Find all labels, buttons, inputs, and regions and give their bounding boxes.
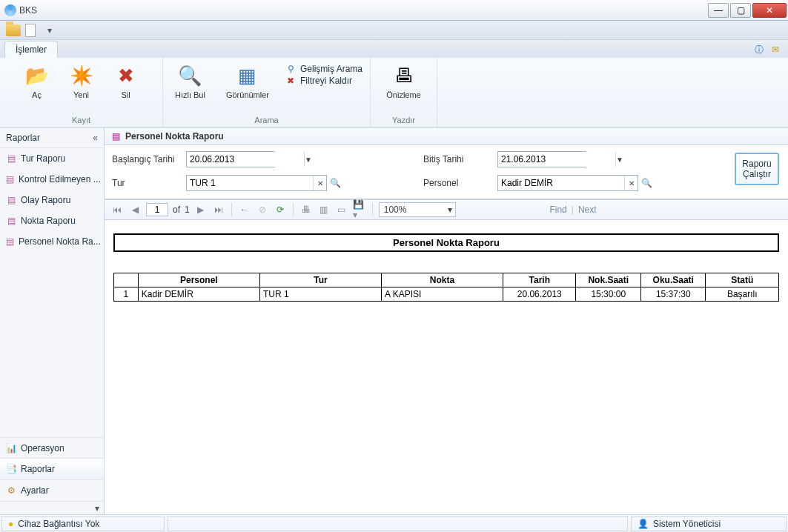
stop-button[interactable]: ⊘ <box>256 203 269 216</box>
printer-icon: 🖶 <box>392 64 416 87</box>
report-icon: ▤ <box>6 174 14 184</box>
new-doc-icon[interactable] <box>25 24 36 37</box>
collapse-sidebar-icon[interactable]: « <box>93 133 98 143</box>
ribbon-group-yazdir: 🖶 Önizleme Yazdır <box>371 58 437 127</box>
col-nokta: Nokta <box>381 273 503 287</box>
status-dot-icon: ● <box>8 519 13 529</box>
sidebar-item-personel-nokta[interactable]: ▤Personel Nokta Ra... <box>0 231 104 252</box>
ribbon-group-arama: 🔍 Hızlı Bul ▦ Görünümler ⚲ Gelişmiş Aram… <box>163 58 371 127</box>
filter-panel: Başlangıç Tarihi ▼ Bitiş Tarihi ▼ Tur ✕ <box>105 145 788 199</box>
user-icon: 👤 <box>638 519 649 529</box>
report-icon: ▤ <box>110 131 121 142</box>
advanced-search-button[interactable]: ⚲ Gelişmiş Arama <box>285 64 362 74</box>
section-operasyon[interactable]: 📊Operasyon <box>0 437 104 459</box>
page-input[interactable] <box>146 203 168 216</box>
chevron-down-icon[interactable]: ▼ <box>304 152 312 167</box>
first-page-button[interactable]: ⏮ <box>110 203 124 216</box>
of-label: of <box>173 205 180 215</box>
open-folder-icon[interactable] <box>6 24 21 36</box>
search-icon[interactable]: 🔍 <box>641 178 652 188</box>
report-icon: ▤ <box>6 216 16 226</box>
window-title: BKS <box>19 5 37 16</box>
col-personel: Personel <box>138 273 259 287</box>
zoom-selector[interactable]: 100% ▾ <box>379 202 457 217</box>
clear-icon[interactable]: ✕ <box>313 176 326 190</box>
report-icon: ▤ <box>6 153 16 164</box>
minimize-button[interactable]: — <box>708 3 729 18</box>
sidebar-item-kontrol-edilmeyen[interactable]: ▤Kontrol Edilmeyen ... <box>0 169 104 190</box>
end-date-input[interactable]: ▼ <box>497 151 586 167</box>
personel-input[interactable]: ✕ <box>497 175 638 191</box>
open-button[interactable]: 📂 Aç <box>15 61 59 102</box>
last-page-button[interactable]: ⏭ <box>212 203 225 216</box>
tur-input[interactable]: ✕ <box>186 175 327 191</box>
gear-icon: ⚙ <box>6 485 16 496</box>
delete-button[interactable]: ✖ Sil <box>104 61 148 102</box>
app-window: BKS — ▢ ✕ ▾ İşlemler ⓘ ✉ 📂 Aç <box>0 0 788 532</box>
reports-icon: 📑 <box>6 464 16 474</box>
find-label[interactable]: Find <box>549 205 566 215</box>
clear-filter-button[interactable]: ✖ Filtreyi Kaldır <box>285 76 362 86</box>
search-icon[interactable]: 🔍 <box>330 178 340 188</box>
sidebar: Raporlar « ▤Tur Raporu ▤Kontrol Edilmeye… <box>0 128 105 514</box>
tab-islemler[interactable]: İşlemler <box>4 41 58 58</box>
maximize-button[interactable]: ▢ <box>730 3 751 18</box>
quick-access-toolbar: ▾ <box>0 21 788 40</box>
sidebar-header: Raporlar « <box>0 128 104 148</box>
delete-icon: ✖ <box>114 64 138 87</box>
sidebar-item-olay-raporu[interactable]: ▤Olay Raporu <box>0 190 104 210</box>
close-button[interactable]: ✕ <box>752 3 787 18</box>
user-status: 👤 Sistem Yöneticisi <box>631 516 787 531</box>
start-date-input[interactable]: ▼ <box>186 151 275 167</box>
tur-label: Tur <box>112 178 179 188</box>
qat-dropdown-icon[interactable]: ▾ <box>40 25 52 36</box>
page-setup-button[interactable]: ▭ <box>335 203 348 216</box>
statusbar: ● Cihaz Bağlantısı Yok 👤 Sistem Yönetici… <box>0 514 788 532</box>
page-title: ▤ Personel Nokta Raporu <box>105 128 788 145</box>
chevron-down-icon[interactable]: ▾ <box>411 205 455 215</box>
connection-status: ● Cihaz Bağlantısı Yok <box>1 516 165 531</box>
col-noksaati: Nok.Saati <box>576 273 641 287</box>
end-date-label: Bitiş Tarihi <box>423 154 490 164</box>
main-content: ▤ Personel Nokta Raporu Başlangıç Tarihi… <box>105 128 788 514</box>
report-viewer[interactable]: Personel Nokta Raporu Personel Tur Nokta… <box>105 220 788 514</box>
print-button[interactable]: 🖶 <box>299 203 313 216</box>
refresh-button[interactable]: ⟳ <box>274 203 287 216</box>
preview-button[interactable]: 🖶 Önizleme <box>376 61 431 102</box>
new-button[interactable]: ✴️ Yeni <box>59 61 104 102</box>
back-button[interactable]: ← <box>238 203 251 216</box>
report-icon: ▤ <box>6 236 14 247</box>
prev-page-button[interactable]: ◀ <box>128 203 142 216</box>
sidebar-footer[interactable]: ▾ <box>0 501 104 514</box>
ribbon: 📂 Aç ✴️ Yeni ✖ Sil Kayıt 🔍 Hızlı Bul <box>0 58 788 128</box>
window-controls: — ▢ ✕ <box>708 3 787 18</box>
ribbon-tabstrip: İşlemler ⓘ ✉ <box>0 40 788 58</box>
views-button[interactable]: ▦ Görünümler <box>216 61 279 102</box>
magnifier-icon: 🔍 <box>178 64 202 87</box>
grid-icon: ▦ <box>236 64 259 87</box>
titlebar: BKS — ▢ ✕ <box>0 0 788 21</box>
next-page-button[interactable]: ▶ <box>194 203 208 216</box>
export-button[interactable]: 💾▾ <box>353 203 366 216</box>
section-raporlar[interactable]: 📑Raporlar <box>0 458 105 480</box>
quickfind-button[interactable]: 🔍 Hızlı Bul <box>165 61 216 102</box>
next-label[interactable]: Next <box>578 205 597 215</box>
filter-icon: ⚲ <box>285 64 296 74</box>
report-table: Personel Tur Nokta Tarih Nok.Saati Oku.S… <box>113 273 779 302</box>
start-date-label: Başlangıç Tarihi <box>112 154 179 164</box>
sidebar-item-tur-raporu[interactable]: ▤Tur Raporu <box>0 148 104 169</box>
help-icon[interactable]: ⓘ <box>754 44 764 55</box>
run-report-button[interactable]: Raporu Çalıştır <box>735 153 779 185</box>
report-icon: ▤ <box>6 195 16 205</box>
clear-filter-icon: ✖ <box>285 76 296 86</box>
sidebar-item-nokta-raporu[interactable]: ▤Nokta Raporu <box>0 210 104 231</box>
section-ayarlar[interactable]: ⚙Ayarlar <box>0 479 104 501</box>
report-toolbar: ⏮ ◀ of 1 ▶ ⏭ ← ⊘ ⟳ 🖶 ▥ ▭ 💾▾ 100% ▾ <box>105 199 788 220</box>
layout-button[interactable]: ▥ <box>317 203 331 216</box>
chevron-down-icon[interactable]: ▼ <box>615 152 623 167</box>
feedback-icon[interactable]: ✉ <box>770 44 781 55</box>
folder-open-icon: 📂 <box>25 64 49 87</box>
status-spacer <box>168 516 628 531</box>
clear-icon[interactable]: ✕ <box>624 176 638 190</box>
report-title: Personel Nokta Raporu <box>113 233 779 252</box>
